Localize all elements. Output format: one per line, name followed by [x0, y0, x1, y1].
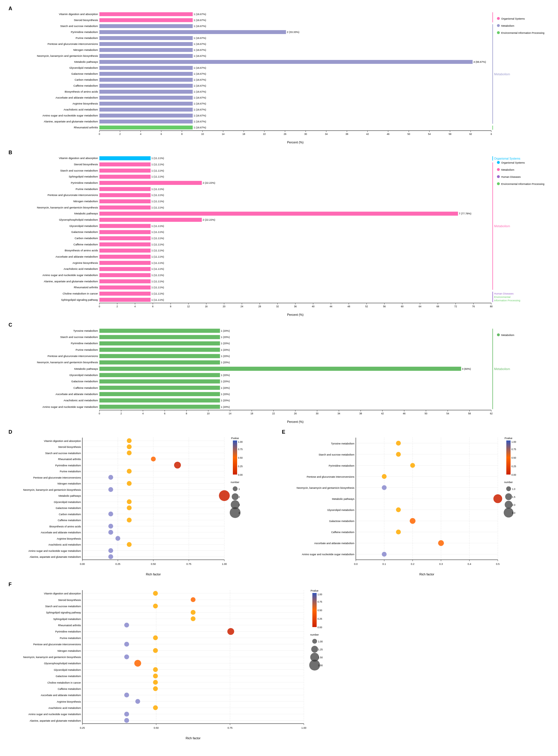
panel-c: C Tyrosine metabolism1 (20%)Starch and s… [8, 322, 550, 425]
svg-rect-22 [99, 54, 193, 58]
svg-text:Ascorbate and aldarate metabol: Ascorbate and aldarate metabolism [56, 393, 98, 396]
svg-text:14: 14 [222, 133, 225, 135]
svg-text:16: 16 [205, 305, 208, 308]
svg-point-571 [124, 712, 129, 716]
svg-text:0.00: 0.00 [318, 626, 322, 629]
svg-text:Pentose and glucuronate interc: Pentose and glucuronate interconversions [33, 476, 81, 479]
svg-text:30: 30 [304, 133, 307, 135]
svg-text:3 (60%): 3 (60%) [462, 368, 471, 370]
svg-text:Tyrosine metabolism: Tyrosine metabolism [331, 442, 354, 445]
svg-text:Percent (%): Percent (%) [287, 141, 304, 144]
svg-text:1 (20%): 1 (20%) [221, 374, 230, 377]
svg-text:Steroid biosynthesis: Steroid biosynthesis [58, 446, 81, 448]
svg-text:0.00: 0.00 [80, 562, 85, 565]
svg-text:20: 20 [223, 305, 226, 308]
svg-point-566 [153, 680, 158, 685]
svg-rect-28 [99, 66, 193, 70]
svg-text:Metabolism: Metabolism [494, 367, 510, 371]
svg-text:0: 0 [99, 412, 100, 415]
svg-text:1 (20%): 1 (20%) [221, 386, 230, 389]
svg-text:Caffeine metabolism: Caffeine metabolism [74, 243, 98, 246]
svg-rect-173 [99, 279, 151, 283]
svg-text:Metabolic pathways: Metabolic pathways [332, 498, 354, 500]
svg-text:Caffeine metabolism: Caffeine metabolism [331, 531, 354, 534]
svg-text:0.50: 0.50 [151, 562, 156, 565]
svg-text:0.5: 0.5 [496, 562, 500, 565]
svg-text:Sphingolipid metabolism: Sphingolipid metabolism [53, 618, 81, 621]
svg-point-468 [396, 441, 401, 446]
svg-text:Amino sugar and nucleotide sug: Amino sugar and nucleotide sugar metabol… [302, 553, 354, 556]
svg-text:26: 26 [284, 133, 286, 135]
svg-text:Pentose and glucuronate interc: Pentose and glucuronate interconversions [48, 354, 98, 357]
svg-text:60: 60 [401, 305, 404, 308]
svg-rect-128 [99, 187, 151, 191]
svg-text:2: 2 [119, 133, 121, 135]
svg-rect-155 [99, 243, 151, 247]
svg-rect-252 [99, 335, 220, 339]
svg-point-419 [232, 493, 238, 500]
svg-text:1.00: 1.00 [511, 440, 516, 443]
svg-text:Pyrimidine metabolism: Pyrimidine metabolism [55, 630, 81, 633]
svg-text:42: 42 [366, 133, 369, 135]
svg-text:Purine metabolism: Purine metabolism [60, 637, 81, 639]
svg-text:Environmental: Environmental [494, 296, 511, 299]
svg-text:1 (20%): 1 (20%) [221, 355, 230, 357]
svg-text:Caffeine metabolism: Caffeine metabolism [74, 84, 98, 87]
svg-text:1.0: 1.0 [512, 488, 515, 490]
svg-text:Purine metabolism: Purine metabolism [76, 187, 98, 191]
svg-rect-49 [99, 108, 193, 111]
svg-text:22: 22 [263, 133, 266, 135]
svg-rect-574 [312, 593, 316, 627]
svg-text:Vitamin digestion and absorpti: Vitamin digestion and absorption [59, 12, 98, 16]
svg-text:Purine metabolism: Purine metabolism [60, 470, 81, 473]
svg-text:Starch and sucrose metabolism: Starch and sucrose metabolism [45, 452, 81, 455]
chart-d: Vitamin digestion and absorptionSteroid … [8, 429, 270, 577]
svg-text:Sphingolipid metabolism: Sphingolipid metabolism [69, 175, 98, 178]
svg-point-403 [108, 524, 113, 529]
svg-rect-182 [99, 298, 151, 302]
svg-text:0.50: 0.50 [318, 609, 322, 612]
svg-point-398 [219, 490, 230, 501]
svg-text:Rheumatoid arthritis: Rheumatoid arthritis [74, 126, 98, 129]
svg-text:2: 2 [120, 412, 122, 415]
svg-text:Arachidonic acid metabolism: Arachidonic acid metabolism [64, 267, 98, 270]
svg-text:Pyrimidine metabolism: Pyrimidine metabolism [329, 464, 354, 467]
panel-b-label: B [8, 150, 12, 156]
svg-text:Biosynthesis of amino acids: Biosynthesis of amino acids [49, 525, 81, 528]
svg-text:1 (11.11%): 1 (11.11%) [151, 274, 164, 277]
svg-text:Ascorbate and aldarate metabol: Ascorbate and aldarate metabolism [41, 531, 81, 534]
svg-point-406 [127, 542, 132, 547]
svg-text:52: 52 [365, 305, 368, 308]
svg-text:38: 38 [346, 133, 349, 135]
svg-text:Arachidonic acid metabolism: Arachidonic acid metabolism [48, 543, 81, 546]
svg-text:1 (11.11%): 1 (11.11%) [151, 255, 164, 258]
svg-point-570 [153, 705, 158, 710]
svg-point-405 [116, 536, 120, 541]
svg-point-396 [127, 481, 132, 486]
svg-text:1.00: 1.00 [301, 727, 306, 729]
svg-text:Rheumatoid arthritis: Rheumatoid arthritis [74, 286, 98, 289]
svg-text:1 (11.11%): 1 (11.11%) [151, 188, 164, 191]
chart-f: Vitamin digestion and absorptionSteroid … [8, 582, 349, 741]
svg-text:42: 42 [381, 412, 384, 415]
svg-text:Choline metabolism in cancer: Choline metabolism in cancer [47, 681, 81, 684]
svg-text:1 (11.11%): 1 (11.11%) [151, 268, 164, 270]
svg-text:8: 8 [181, 133, 183, 135]
svg-text:1 (16.67%): 1 (16.67%) [194, 126, 206, 129]
svg-point-561 [153, 648, 158, 653]
svg-text:Ascorbate and aldarate metabol: Ascorbate and aldarate metabolism [56, 255, 98, 258]
svg-text:Organismal Systems: Organismal Systems [501, 161, 525, 164]
svg-text:0.4: 0.4 [467, 562, 471, 565]
svg-text:2 (33.33%): 2 (33.33%) [287, 31, 299, 33]
svg-point-552 [153, 591, 158, 596]
svg-point-558 [227, 628, 234, 635]
svg-text:1 (11.11%): 1 (11.11%) [151, 299, 164, 301]
svg-rect-167 [99, 267, 151, 271]
svg-text:36: 36 [294, 305, 297, 308]
svg-rect-179 [99, 292, 151, 296]
svg-rect-327 [497, 333, 500, 336]
panel-c-label: C [8, 322, 12, 328]
svg-text:1 (16.67%): 1 (16.67%) [194, 49, 206, 51]
svg-point-487 [506, 486, 511, 491]
svg-rect-282 [99, 399, 220, 403]
